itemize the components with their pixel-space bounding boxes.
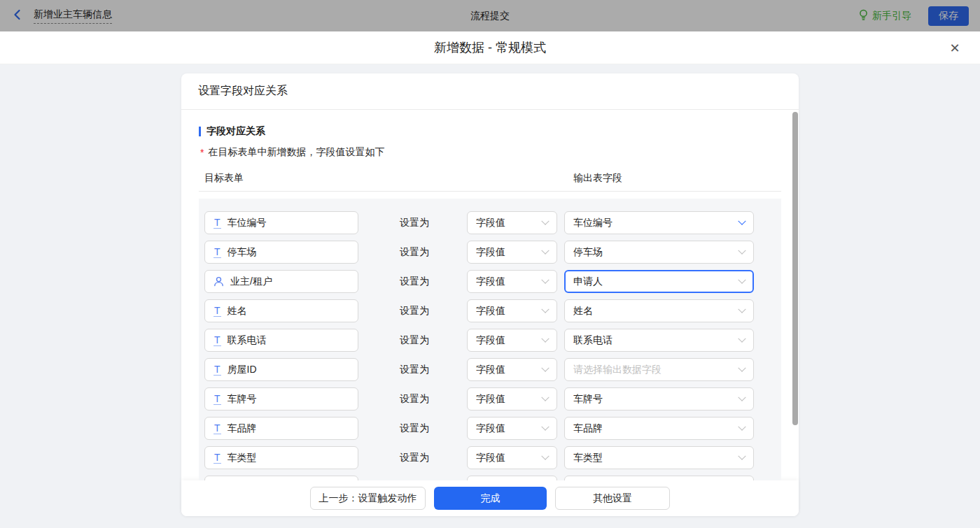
- value-type-select[interactable]: 字段值: [467, 241, 557, 264]
- value-type-select[interactable]: 字段值: [467, 270, 557, 293]
- table-row: T 车品牌 设置为 字段值 车品牌: [204, 417, 781, 440]
- output-field-select[interactable]: 停车场: [564, 241, 754, 264]
- value-type-select[interactable]: 字段值: [467, 299, 557, 322]
- card-body: 字段对应关系 * 在目标表单中新增数据，字段值设置如下 目标表单 输出表字段 T…: [181, 110, 799, 480]
- value-type-select[interactable]: [467, 476, 557, 480]
- output-field-select[interactable]: 车类型: [564, 446, 754, 469]
- previous-step-button[interactable]: 上一步：设置触发动作: [310, 487, 426, 510]
- value-type-select[interactable]: 字段值: [467, 446, 557, 469]
- section-note: * 在目标表单中新增数据，字段值设置如下: [199, 146, 781, 159]
- table-row: T 停车场 设置为 字段值 停车场: [204, 241, 781, 264]
- target-field-label: 业主/租户: [230, 276, 272, 288]
- target-field-label: 车类型: [227, 452, 257, 464]
- table-row: T 车类型 设置为 字段值 车类型: [204, 446, 781, 469]
- target-field-box: T 车牌号: [204, 387, 358, 411]
- value-type-select[interactable]: 字段值: [467, 387, 557, 411]
- table-row: T 房屋ID 设置为 字段值 请选择输出数据字段: [204, 358, 781, 381]
- value-type-select[interactable]: 字段值: [467, 329, 557, 352]
- output-field-select[interactable]: 车品牌: [564, 417, 754, 440]
- modal-title: 新增数据 - 常规模式: [434, 39, 546, 56]
- output-field-select[interactable]: 车位编号: [564, 211, 754, 234]
- chevron-down-icon: [541, 305, 549, 313]
- table-row-partial: [204, 476, 781, 480]
- target-field-box: T 联系电话: [204, 329, 358, 352]
- chevron-down-icon: [541, 422, 549, 430]
- target-field-label: 车品牌: [227, 422, 257, 435]
- target-field-box: T 姓名: [204, 299, 358, 322]
- new-data-modal: 新增数据 - 常规模式 ✕ 设置字段对应关系 字段对应关系 * 在目标表单中新增…: [0, 31, 980, 528]
- field-mapping-card: 设置字段对应关系 字段对应关系 * 在目标表单中新增数据，字段值设置如下 目标表…: [181, 73, 799, 516]
- text-field-icon: T: [214, 217, 221, 229]
- section-title: 字段对应关系: [199, 125, 781, 138]
- text-field-icon: T: [214, 306, 221, 317]
- chevron-down-icon: [738, 276, 746, 283]
- user-icon: [214, 276, 224, 287]
- table-row: 业主/租户 设置为 字段值 申请人: [204, 270, 781, 293]
- chevron-down-icon: [738, 393, 746, 401]
- chevron-down-icon: [541, 364, 549, 371]
- output-field-select[interactable]: 车牌号: [564, 387, 754, 411]
- section-note-text: 在目标表单中新增数据，字段值设置如下: [208, 146, 384, 159]
- section-title-text: 字段对应关系: [206, 125, 265, 138]
- output-field-select[interactable]: 姓名: [564, 299, 754, 322]
- value-type-select[interactable]: 字段值: [467, 211, 557, 234]
- target-field-box: [204, 476, 358, 480]
- set-as-label: 设置为: [400, 422, 439, 435]
- chevron-down-icon: [541, 452, 549, 459]
- chevron-down-icon: [738, 452, 746, 459]
- close-icon[interactable]: ✕: [946, 40, 963, 57]
- chevron-down-icon: [738, 334, 746, 342]
- chevron-down-icon: [541, 393, 549, 401]
- output-field-select[interactable]: [564, 476, 754, 480]
- table-row: T 车位编号 设置为 字段值 车位编号: [204, 211, 781, 234]
- header-divider: [199, 191, 781, 192]
- chevron-down-icon: [738, 246, 746, 254]
- output-field-select[interactable]: 请选择输出数据字段: [564, 358, 754, 381]
- done-button[interactable]: 完成: [434, 487, 547, 510]
- modal-header: 新增数据 - 常规模式 ✕: [0, 31, 980, 64]
- required-asterisk: *: [200, 147, 204, 158]
- output-field-select[interactable]: 申请人: [564, 270, 754, 293]
- chevron-down-icon: [738, 305, 746, 313]
- table-row: T 车牌号 设置为 字段值 车牌号: [204, 387, 781, 411]
- target-field-label: 车位编号: [227, 217, 267, 229]
- chevron-down-icon: [541, 276, 549, 283]
- target-field-label: 停车场: [227, 246, 257, 259]
- value-type-select[interactable]: 字段值: [467, 358, 557, 381]
- text-field-icon: T: [214, 364, 221, 376]
- target-field-box: 业主/租户: [204, 270, 358, 293]
- other-settings-button[interactable]: 其他设置: [555, 487, 670, 510]
- set-as-label: 设置为: [400, 276, 439, 288]
- text-field-icon: T: [214, 394, 221, 405]
- set-as-label: 设置为: [400, 305, 439, 317]
- set-as-label: 设置为: [400, 452, 439, 464]
- column-headers: 目标表单 输出表字段: [199, 172, 781, 185]
- table-row: T 姓名 设置为 字段值 姓名: [204, 299, 781, 322]
- card-header-title: 设置字段对应关系: [181, 73, 799, 110]
- value-type-select[interactable]: 字段值: [467, 417, 557, 440]
- target-field-box: T 车类型: [204, 446, 358, 469]
- set-as-label: 设置为: [400, 393, 439, 406]
- text-field-icon: T: [214, 335, 221, 346]
- target-field-label: 联系电话: [227, 334, 267, 347]
- modal-dim-overlay: [0, 0, 980, 31]
- target-field-box: T 停车场: [204, 241, 358, 264]
- scrollbar-thumb[interactable]: [792, 112, 798, 425]
- chevron-down-icon: [541, 246, 549, 254]
- target-field-label: 车牌号: [227, 393, 257, 406]
- text-field-icon: T: [214, 452, 221, 464]
- set-as-label: 设置为: [400, 334, 439, 347]
- output-field-select[interactable]: 联系电话: [564, 329, 754, 352]
- section-accent-bar: [199, 127, 201, 136]
- set-as-label: 设置为: [400, 217, 439, 229]
- chevron-down-icon: [738, 217, 746, 224]
- text-field-icon: T: [214, 247, 221, 258]
- chevron-down-icon: [738, 422, 746, 430]
- set-as-label: 设置为: [400, 246, 439, 259]
- target-field-label: 姓名: [227, 305, 247, 317]
- column-header-target-form: 目标表单: [204, 172, 244, 185]
- field-mapping-list: T 车位编号 设置为 字段值 车位编号 T: [199, 199, 781, 480]
- table-row: T 联系电话 设置为 字段值 联系电话: [204, 329, 781, 352]
- card-footer: 上一步：设置触发动作 完成 其他设置: [181, 480, 799, 516]
- column-header-output-field: 输出表字段: [573, 172, 622, 185]
